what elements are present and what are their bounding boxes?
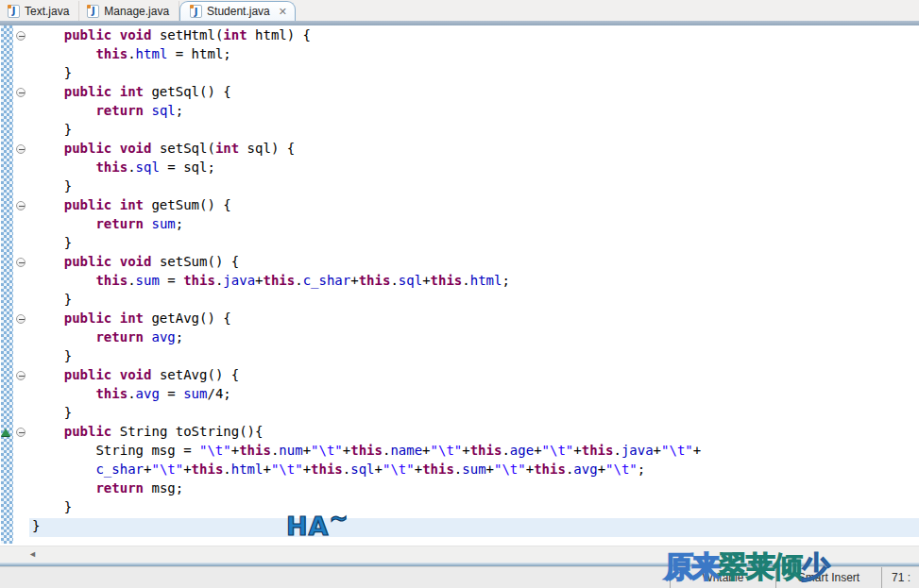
fold-collapse-icon[interactable] — [16, 314, 26, 324]
code-line: } — [29, 122, 919, 141]
code-line: this.avg = sum/4; — [29, 386, 919, 405]
fold-collapse-icon[interactable] — [16, 144, 26, 154]
java-file-icon: J — [190, 5, 202, 18]
code-line: this.html = html; — [29, 46, 919, 65]
fold-collapse-icon[interactable] — [16, 371, 26, 380]
tab-student-java[interactable]: J Student.java ✕ — [179, 1, 296, 21]
tab-text-java[interactable]: J Text.java — [0, 1, 79, 21]
code-line: this.sum = this.java+this.c_shar+this.sq… — [29, 273, 919, 292]
eclipse-editor-window: J Text.java J Manage.java J Student.java… — [0, 0, 919, 588]
fold-collapse-icon[interactable] — [16, 258, 26, 267]
override-triangle-icon — [1, 428, 10, 436]
java-file-icon: J — [8, 5, 20, 18]
tab-label: Text.java — [25, 5, 69, 18]
scroll-left-arrow-icon[interactable]: ◄ — [28, 549, 37, 559]
code-text-area[interactable]: public void setHtml(int html) { this.htm… — [29, 25, 919, 546]
code-line: public int getSql() { — [29, 84, 919, 103]
status-writable: Writable — [670, 567, 775, 588]
range-indicator-band — [1, 25, 13, 544]
code-line: return sql; — [29, 103, 919, 122]
code-line: public void setSum() { — [29, 254, 919, 273]
code-line: public int getSum() { — [29, 197, 919, 216]
code-line: } — [29, 348, 919, 367]
java-file-icon: J — [87, 5, 99, 18]
fold-collapse-icon[interactable] — [16, 428, 26, 437]
code-line: public int getAvg() { — [29, 311, 919, 329]
fold-collapse-icon[interactable] — [16, 88, 26, 97]
status-bar: Writable Smart Insert 71 : — [0, 566, 919, 588]
fold-collapse-icon[interactable] — [16, 31, 26, 41]
tab-label: Manage.java — [104, 5, 169, 18]
ha-watermark: HA~ — [286, 512, 349, 541]
code-line: return msg; — [29, 480, 919, 499]
status-smart-insert: Smart Insert — [775, 567, 881, 588]
code-line: } — [29, 235, 919, 254]
code-line: } — [29, 178, 919, 197]
code-line: this.sql = sql; — [29, 160, 919, 178]
folding-ruler — [13, 25, 29, 546]
fold-collapse-icon[interactable] — [16, 201, 26, 210]
code-line: public void setHtml(int html) { — [29, 27, 919, 46]
code-line: } — [29, 65, 919, 84]
editor-tab-bar: J Text.java J Manage.java J Student.java… — [0, 0, 919, 21]
tab-manage-java[interactable]: J Manage.java — [79, 1, 179, 21]
code-line: } — [29, 499, 919, 518]
code-line: } — [29, 292, 919, 311]
code-editor[interactable]: public void setHtml(int html) { this.htm… — [0, 25, 919, 546]
close-icon[interactable]: ✕ — [279, 7, 287, 17]
code-line: public void setAvg() { — [29, 367, 919, 386]
code-line: String msg = "\t"+this.num+"\t"+this.nam… — [29, 443, 919, 462]
code-line: } — [29, 518, 919, 537]
code-line: c_shar+"\t"+this.html+"\t"+this.sql+"\t"… — [29, 462, 919, 480]
code-line: return sum; — [29, 216, 919, 235]
code-line: public String toString(){ — [29, 424, 919, 443]
code-line: public void setSql(int sql) { — [29, 141, 919, 160]
code-line: } — [29, 405, 919, 424]
code-line: return avg; — [29, 329, 919, 348]
horizontal-scrollbar[interactable]: ◄ — [0, 546, 919, 563]
status-line-column: 71 : — [881, 567, 919, 588]
tab-label: Student.java — [207, 5, 270, 18]
